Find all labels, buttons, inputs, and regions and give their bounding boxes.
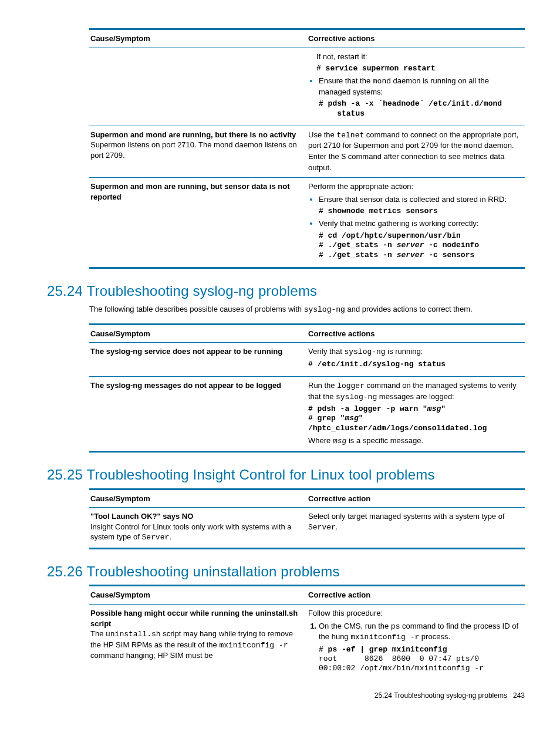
section-heading-2526: 25.26 Troubleshooting uninstallation pro…	[47, 562, 525, 581]
command: # pdsh -a -x `headnode` /etc/init.d/mond…	[319, 99, 520, 119]
action-text: Follow this procedure:	[308, 608, 520, 619]
action-text: Perform the appropriate action:	[308, 181, 520, 192]
page-footer: 25.24 Troubleshooting syslog-ng problems…	[47, 691, 525, 700]
th-action: Corrective action	[307, 489, 525, 508]
table-row: Supermon and mond are running, but there…	[89, 126, 525, 177]
tail-text: Where msg is a specific message.	[308, 436, 520, 447]
section-heading-2524: 25.24 Troubleshooting syslog-ng problems	[47, 282, 525, 301]
command: # ps -ef | grep mxinitconfig root 8626 8…	[319, 645, 520, 674]
step-item: On the CMS, run the ps command to find t…	[319, 621, 520, 674]
supermon-table: Cause/Symptom Corrective actions If not,…	[89, 28, 525, 269]
table-row: The syslog-ng service does not appear to…	[89, 343, 525, 377]
bullet-item: Ensure that the mond daemon is running o…	[319, 76, 520, 119]
th-cause: Cause/Symptom	[89, 586, 307, 605]
uninstall-table: Cause/Symptom Corrective action Possible…	[89, 585, 525, 680]
table-row: Possible hang might occur while running …	[89, 604, 525, 680]
command: # cd /opt/hptc/supermon/usr/bin # ./get_…	[319, 231, 520, 260]
section-heading-2525: 25.25 Troubleshooting Insight Control fo…	[47, 465, 525, 484]
bullet-item: Verify that metric gathering is working …	[319, 218, 520, 259]
table-row: "Tool Launch OK?" says NO Insight Contro…	[89, 508, 525, 549]
th-cause: Cause/Symptom	[89, 489, 307, 508]
command: # /etc/init.d/syslog-ng status	[308, 360, 520, 369]
command: # pdsh -a logger -p warn "msg" # grep "m…	[308, 404, 520, 433]
action-text: Select only target managed systems with …	[307, 508, 525, 549]
action-text: If not, restart it:	[316, 52, 520, 62]
command: # shownode metrics sensors	[319, 207, 520, 216]
intro-text: The following table describes possible c…	[89, 304, 525, 315]
th-cause: Cause/Symptom	[89, 324, 307, 343]
cause-title: Possible hang might occur while running …	[90, 608, 302, 629]
cause-text: Insight Control for Linux tools only wor…	[90, 522, 302, 543]
cause-text: The uninstall.sh script may hang while t…	[90, 629, 302, 661]
cause-title: Supermon and mond are running, but there…	[90, 130, 302, 140]
cause-title: Supermon and mon are running, but sensor…	[90, 181, 302, 202]
syslog-table: Cause/Symptom Corrective actions The sys…	[89, 323, 525, 453]
th-action: Corrective actions	[307, 29, 525, 48]
action-text: Use the telnet command to connect on the…	[307, 126, 525, 177]
cause-title: The syslog-ng service does not appear to…	[90, 346, 302, 357]
table-row: The syslog-ng messages do not appear to …	[89, 377, 525, 452]
cause-title: The syslog-ng messages do not appear to …	[90, 380, 302, 391]
th-cause: Cause/Symptom	[89, 29, 307, 48]
command: # service supermon restart	[316, 64, 520, 73]
table-row: If not, restart it: # service supermon r…	[89, 48, 525, 126]
th-action: Corrective actions	[307, 324, 525, 343]
th-action: Corrective action	[307, 586, 525, 605]
bullet-item: Ensure that sensor data is collected and…	[319, 194, 520, 217]
table-row: Supermon and mon are running, but sensor…	[89, 178, 525, 268]
insight-table: Cause/Symptom Corrective action "Tool La…	[89, 488, 525, 549]
cause-title: "Tool Launch OK?" says NO	[90, 511, 302, 522]
cause-text: Supermon listens on port 2710. The mond …	[90, 140, 302, 160]
